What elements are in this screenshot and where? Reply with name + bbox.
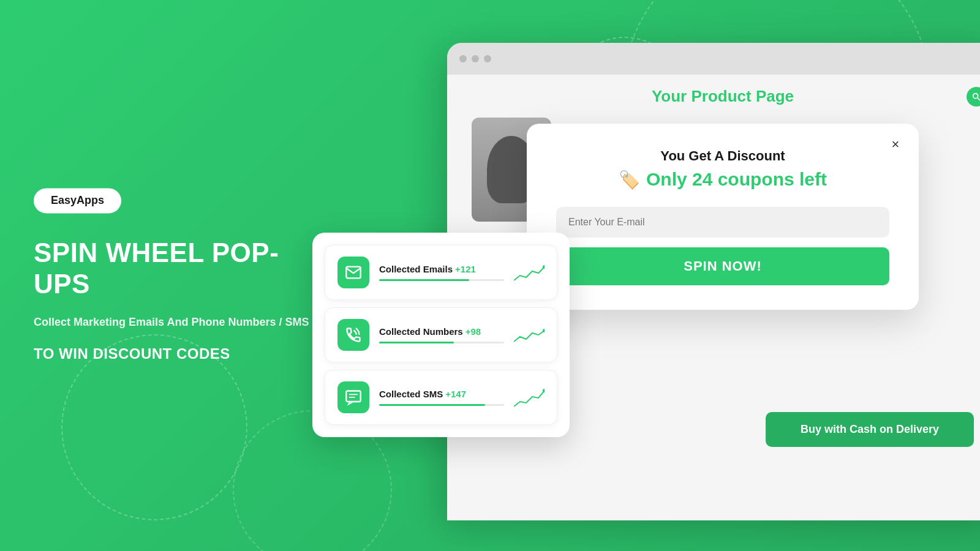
product-page-header: Your Product Page bbox=[447, 75, 980, 118]
cta-text: TO WIN DISCOUNT CODES bbox=[34, 346, 328, 363]
sms-stat-info: Collected SMS +147 bbox=[379, 389, 504, 406]
email-icon bbox=[345, 264, 362, 281]
coupon-icon: 🏷️ bbox=[619, 170, 640, 190]
popup-discount-label: You Get A Discount bbox=[556, 148, 889, 164]
product-page-title: Your Product Page bbox=[652, 87, 794, 106]
email-icon-wrap bbox=[337, 257, 369, 288]
sms-icon-wrap bbox=[337, 381, 369, 413]
popup-coupon-line: 🏷️ Only 24 coupons left bbox=[556, 169, 889, 190]
email-stat-bar-fill bbox=[379, 279, 469, 281]
phone-stat-title: Collected Numbers +98 bbox=[379, 326, 504, 337]
email-stat-chart bbox=[514, 262, 545, 283]
browser-dot-2 bbox=[472, 55, 479, 62]
stat-card-phone: Collected Numbers +98 bbox=[325, 307, 557, 362]
phone-stat-bar-fill bbox=[379, 342, 454, 343]
sms-stat-bar bbox=[379, 404, 504, 406]
left-panel: EasyApps SPIN WHEEL POP-UPS Collect Mark… bbox=[34, 188, 328, 362]
sms-stat-title: Collected SMS +147 bbox=[379, 389, 504, 399]
popup-modal: × You Get A Discount 🏷️ Only 24 coupons … bbox=[527, 124, 919, 310]
buy-cash-button[interactable]: Buy with Cash on Delivery bbox=[766, 412, 974, 447]
search-icon-browser[interactable] bbox=[967, 87, 980, 107]
phone-icon bbox=[345, 326, 362, 343]
sms-stat-bar-fill bbox=[379, 404, 485, 406]
phone-stat-count: +98 bbox=[466, 326, 481, 337]
email-stat-bar bbox=[379, 279, 504, 281]
svg-rect-5 bbox=[346, 391, 360, 402]
browser-dot-1 bbox=[459, 55, 467, 62]
sms-stat-chart bbox=[514, 387, 545, 408]
phone-stat-chart bbox=[514, 324, 545, 346]
browser-bar bbox=[447, 43, 980, 75]
stat-card-email: Collected Emails +121 bbox=[325, 245, 557, 300]
stats-panel: Collected Emails +121 Collected Numbers … bbox=[312, 233, 570, 437]
spin-button[interactable]: SPIN NOW! bbox=[556, 247, 889, 285]
stat-card-sms: Collected SMS +147 bbox=[325, 370, 557, 425]
subtitle: Collect Marketing Emails And Phone Numbe… bbox=[34, 315, 328, 331]
email-stat-count: +121 bbox=[455, 264, 476, 274]
sms-stat-count: +147 bbox=[445, 389, 466, 399]
buy-button-area: Buy with Cash on Delivery bbox=[766, 412, 974, 447]
main-title: SPIN WHEEL POP-UPS bbox=[34, 238, 328, 299]
svg-point-0 bbox=[973, 93, 978, 98]
phone-stat-bar bbox=[379, 342, 504, 343]
logo-badge: EasyApps bbox=[34, 188, 121, 213]
coupon-text: Only 24 coupons left bbox=[646, 169, 827, 190]
email-stat-label: Collected Emails bbox=[379, 264, 453, 274]
close-button[interactable]: × bbox=[886, 135, 905, 154]
browser-dot-3 bbox=[484, 55, 491, 62]
email-input[interactable] bbox=[556, 207, 889, 238]
phone-icon-wrap bbox=[337, 319, 369, 351]
phone-stat-label: Collected Numbers bbox=[379, 326, 463, 337]
sms-stat-label: Collected SMS bbox=[379, 389, 443, 399]
svg-line-1 bbox=[978, 98, 980, 100]
email-stat-title: Collected Emails +121 bbox=[379, 264, 504, 274]
email-stat-info: Collected Emails +121 bbox=[379, 264, 504, 281]
phone-stat-info: Collected Numbers +98 bbox=[379, 326, 504, 343]
sms-icon bbox=[345, 389, 362, 406]
